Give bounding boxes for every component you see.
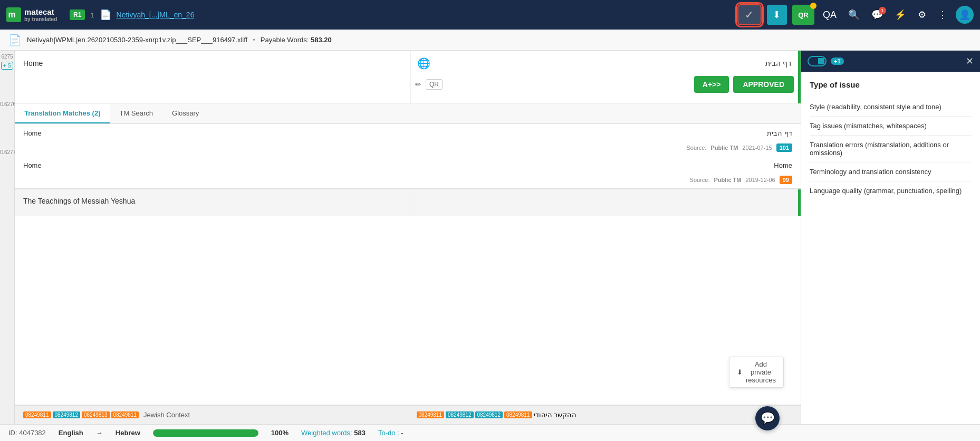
segment-6275: Home 🌐 דף הבית ✏ QR A+>> APPROVED (15, 51, 801, 104)
close-panel-button[interactable]: ✕ (966, 55, 974, 67)
tag-target-4: 08249811 (417, 411, 445, 418)
tm-badge-2: 99 (780, 176, 792, 184)
file-bar: 📄 Netivyah|WPML|en 2620210530-2359-xnrp1… (0, 30, 980, 51)
weighted-words-value: 583 (354, 429, 366, 437)
add-private-label: Add private resources (746, 360, 776, 384)
issue-item-language-quality[interactable]: Language quality (grammar, punctuation, … (810, 181, 972, 200)
seg-num-316277: 316277 (0, 149, 16, 155)
tag-target-3: 08249812 (446, 411, 474, 418)
source-context-label: Jewish Context (143, 411, 190, 419)
more-options-button[interactable]: ⋮ (935, 7, 950, 23)
avatar-icon: 👤 (959, 9, 971, 21)
source-language: English (59, 429, 83, 437)
tm-meta-2: Source: Public TM 2019-12-06 99 (15, 175, 801, 188)
filter-button[interactable]: ⚡ (891, 7, 909, 23)
comments-button[interactable]: 💬 1 (868, 7, 886, 23)
a-forward-button[interactable]: A+>> (694, 76, 729, 93)
approve-segment-button[interactable]: ✓ (737, 4, 762, 25)
nav-filename[interactable]: Netivyah_[...]ML_en_26 (117, 11, 195, 19)
logo-sub: by translated (24, 16, 57, 22)
gear-icon: ⚙ (918, 9, 926, 21)
seg-num-6275: 6275 (0, 53, 14, 61)
source-text-316276: The Teachings of Messiah Yeshua (15, 189, 415, 216)
issue-item-tags[interactable]: Tag issues (mismatches, whitespaces) (810, 117, 972, 136)
tm-meta-1: Source: Public TM 2021-07-15 101 (15, 142, 801, 156)
tm-source-label-1: Source: (686, 145, 706, 151)
target-area-6275: 🌐 דף הבית ✏ QR A+>> APPROVED (411, 51, 798, 103)
target-text-316277: ההקשר היהודי (534, 411, 577, 419)
tab-glossary[interactable]: Glossary (162, 104, 208, 123)
tm-source-name-2: Public TM (714, 177, 742, 183)
qr-small-button[interactable]: QR (426, 79, 443, 90)
tm-badge-1: 101 (776, 143, 792, 152)
target-language: Hebrew (116, 429, 140, 437)
seg-num-316276: 316276 (0, 101, 16, 107)
more-icon: ⋮ (938, 9, 947, 21)
download-icon: ⬇ (773, 9, 781, 21)
panel-header: +1 ✕ (801, 51, 980, 72)
tab-translation-matches[interactable]: Translation Matches (2) (15, 104, 110, 123)
right-panel: +1 ✕ Type of issue Style (readability, c… (801, 51, 980, 424)
approved-button[interactable]: APPROVED (733, 76, 794, 93)
tag-source-4: 08249811 (111, 411, 139, 418)
status-bar-316276 (798, 189, 801, 216)
tm-target-2: Home (410, 161, 792, 169)
add-private-resources-button[interactable]: ⬇ Add private resources (729, 357, 784, 388)
comment-toggle[interactable] (808, 56, 827, 66)
tag-target-2: 08249812 (475, 411, 503, 418)
settings-button[interactable]: ⚙ (915, 7, 929, 23)
qa-button[interactable]: QA (820, 7, 840, 23)
tm-match-texts-2: Home Home (15, 156, 801, 175)
progress-bar-fill (153, 429, 258, 437)
segment-id: ID: 4047382 (8, 429, 46, 437)
segment-316276: The Teachings of Messiah Yeshua (15, 188, 801, 216)
left-gutter: 6275 + S 316276 316277 (0, 51, 15, 424)
payable-words-value: 583.20 (311, 36, 332, 44)
tag-source-2: 08249812 (53, 411, 81, 418)
editor-column: Home 🌐 דף הבית ✏ QR A+>> APPROVED (15, 51, 801, 424)
tm-match-row-2: Home Home Source: Public TM 2019-12-06 9… (15, 156, 801, 188)
filter-icon: ⚡ (895, 9, 906, 21)
target-316277: ההקשר היהודי 08249811 08249812 08249812 … (408, 408, 801, 422)
top-navigation: m matecat by translated R1 1 📄 Netivyah_… (0, 0, 980, 30)
r1-badge: R1 (70, 9, 85, 20)
tag-target-1: 08249811 (504, 411, 532, 418)
issue-item-translation-errors[interactable]: Translation errors (mistranslation, addi… (810, 136, 972, 162)
logo: m matecat by translated (6, 7, 64, 22)
svg-text:m: m (8, 10, 16, 19)
progress-percent: 100% (271, 429, 289, 437)
progress-bar (153, 429, 258, 437)
tm-match-texts-1: Home דף הבית (15, 124, 801, 142)
source-316277: 08249811 08249812 08249813 08249811 Jewi… (15, 408, 408, 422)
segment-actions: ✏ QR A+>> APPROVED (415, 72, 794, 97)
chat-icon: 💬 (761, 411, 775, 425)
separator: • (253, 36, 255, 44)
target-area-316276 (415, 189, 798, 216)
toggle-badge: +1 (831, 57, 844, 65)
comment-badge: 1 (879, 7, 886, 14)
qr-button[interactable]: QR (792, 5, 814, 25)
payable-words-label: Payable Words: 583.20 (261, 36, 332, 44)
chat-bubble[interactable]: 💬 (755, 406, 780, 430)
issue-item-terminology[interactable]: Terminology and translation consistency (810, 162, 972, 181)
weighted-words-link[interactable]: Weighted words: (301, 429, 352, 437)
issue-panel-title: Type of issue (810, 80, 972, 89)
add-segment-button[interactable]: + S (1, 62, 13, 70)
xliff-icon: 📄 (8, 34, 22, 46)
tm-date-1: 2021-07-15 (742, 145, 772, 151)
tm-source-name-1: Public TM (710, 145, 738, 151)
globe-icon: 🌐 (417, 57, 430, 70)
edit-icon[interactable]: ✏ (415, 80, 421, 89)
user-avatar[interactable]: 👤 (956, 6, 974, 24)
tm-source-1: Home (23, 129, 406, 137)
todo-link[interactable]: To-do : (378, 429, 399, 437)
issue-type-panel: Type of issue Style (readability, consis… (801, 72, 980, 208)
issue-item-style[interactable]: Style (readability, consistent style and… (810, 98, 972, 117)
tab-tm-search[interactable]: TM Search (110, 104, 162, 123)
search-button[interactable]: 🔍 (845, 7, 863, 23)
tm-date-2: 2019-12-06 (745, 177, 775, 183)
target-header-6275: 🌐 דף הבית (415, 55, 794, 72)
download-button[interactable]: ⬇ (767, 5, 787, 25)
file-icon: 📄 (100, 9, 111, 21)
add-private-icon: ⬇ (737, 368, 743, 376)
